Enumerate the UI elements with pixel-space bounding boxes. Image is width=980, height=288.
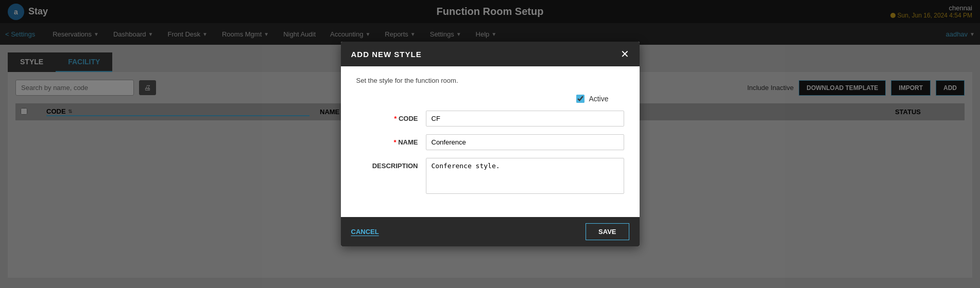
code-field-row: * CODE [356, 111, 624, 127]
modal-body: Set the style for the function room. Act… [341, 66, 640, 217]
cancel-button[interactable]: CANCEL [351, 228, 379, 236]
required-star: * [394, 115, 397, 122]
code-label: * CODE [356, 111, 418, 122]
save-button[interactable]: SAVE [586, 223, 629, 240]
active-label: Active [589, 95, 608, 103]
description-label: DESCRIPTION [356, 158, 418, 170]
modal-close-button[interactable]: ✕ [621, 49, 629, 59]
description-textarea[interactable]: Conference style. [426, 158, 624, 194]
modal-header: ADD NEW STYLE ✕ [341, 42, 640, 66]
code-input[interactable] [426, 111, 624, 127]
description-field-row: DESCRIPTION Conference style. [356, 158, 624, 194]
name-label: * NAME [356, 134, 418, 146]
modal-subtitle: Set the style for the function room. [356, 77, 624, 84]
active-row: Active [356, 95, 624, 103]
name-field-row: * NAME [356, 134, 624, 150]
required-star: * [394, 138, 397, 146]
active-checkbox-label: Active [576, 95, 608, 103]
modal-footer: CANCEL SAVE [341, 217, 640, 246]
name-input[interactable] [426, 134, 624, 150]
modal-title: ADD NEW STYLE [351, 50, 422, 59]
modal-add-new-style: ADD NEW STYLE ✕ Set the style for the fu… [341, 42, 640, 246]
modal-overlay: ADD NEW STYLE ✕ Set the style for the fu… [0, 0, 980, 288]
active-checkbox[interactable] [576, 95, 584, 103]
